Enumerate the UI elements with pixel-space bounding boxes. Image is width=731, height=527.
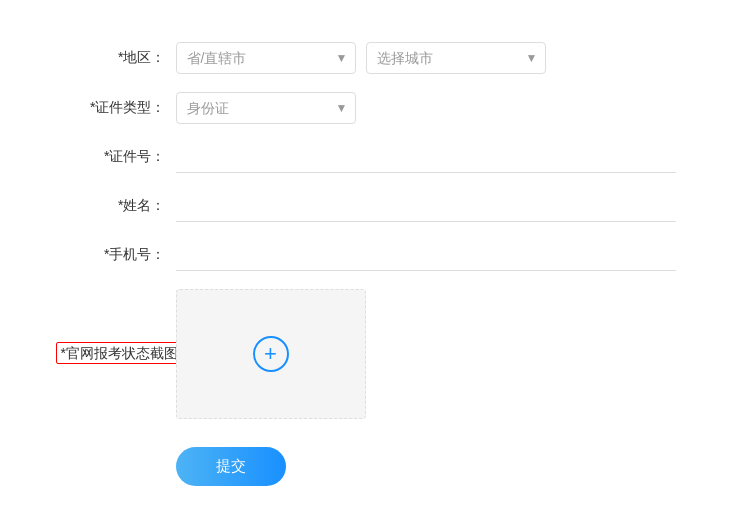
id-number-content	[176, 142, 676, 173]
city-select-wrapper[interactable]: 选择城市 ▼	[366, 42, 546, 74]
id-type-content: 身份证 护照 港澳通行证 ▼	[176, 92, 676, 124]
city-select[interactable]: 选择城市	[366, 42, 546, 74]
name-label: *姓名：	[56, 197, 176, 215]
submit-row: 提交	[56, 437, 676, 486]
form-container: *地区： 省/直辖市 ▼ 选择城市 ▼ *证件类型： 身份证 护照	[26, 22, 706, 506]
region-content: 省/直辖市 ▼ 选择城市 ▼	[176, 42, 676, 74]
upload-plus-icon: +	[253, 336, 289, 372]
id-number-label: *证件号：	[56, 148, 176, 166]
id-type-label: *证件类型：	[56, 99, 176, 117]
id-number-input[interactable]	[176, 142, 676, 173]
phone-input[interactable]	[176, 240, 676, 271]
id-type-row: *证件类型： 身份证 护照 港澳通行证 ▼	[56, 92, 676, 124]
name-content	[176, 191, 676, 222]
region-row: *地区： 省/直辖市 ▼ 选择城市 ▼	[56, 42, 676, 74]
name-row: *姓名：	[56, 191, 676, 222]
region-label: *地区：	[56, 49, 176, 67]
submit-button[interactable]: 提交	[176, 447, 286, 486]
id-type-select[interactable]: 身份证 护照 港澳通行证	[176, 92, 356, 124]
province-select[interactable]: 省/直辖市	[176, 42, 356, 74]
province-select-wrapper[interactable]: 省/直辖市 ▼	[176, 42, 356, 74]
phone-row: *手机号：	[56, 240, 676, 271]
id-type-select-wrapper[interactable]: 身份证 护照 港澳通行证 ▼	[176, 92, 356, 124]
phone-content	[176, 240, 676, 271]
screenshot-label: *官网报考状态截图：	[56, 345, 176, 363]
upload-area[interactable]: +	[176, 289, 366, 419]
phone-label: *手机号：	[56, 246, 176, 264]
screenshot-content: +	[176, 289, 676, 419]
id-number-row: *证件号：	[56, 142, 676, 173]
screenshot-row: *官网报考状态截图： +	[56, 289, 676, 419]
name-input[interactable]	[176, 191, 676, 222]
